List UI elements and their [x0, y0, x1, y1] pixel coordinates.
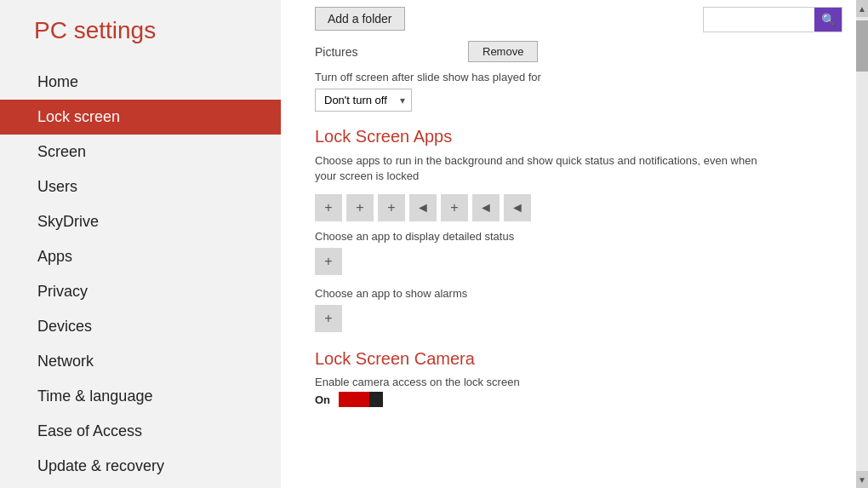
alarms-app-btn[interactable]: +	[315, 305, 342, 332]
app-icon-btn-6[interactable]: ◄	[504, 194, 531, 221]
sidebar-item-network[interactable]: Network	[34, 344, 281, 379]
sidebar-item-time-language[interactable]: Time & language	[34, 379, 281, 414]
app-icons-row: + + + ◄ + ◄ ◄	[315, 194, 842, 221]
scroll-up-icon: ▲	[858, 4, 866, 14]
camera-section: Lock Screen Camera Enable camera access …	[315, 349, 842, 407]
app-icon-btn-1[interactable]: +	[346, 194, 374, 221]
camera-toggle[interactable]	[339, 392, 383, 407]
sidebar-item-ease-of-access[interactable]: Ease of Access	[34, 414, 281, 449]
sidebar: PC settings Home Lock screen Screen User…	[0, 0, 281, 488]
sidebar-item-home[interactable]: Home	[34, 65, 281, 100]
toggle-on-label: On	[315, 393, 330, 406]
lock-screen-apps-desc: Choose apps to run in the background and…	[315, 153, 757, 184]
add-folder-button[interactable]: Add a folder	[315, 7, 405, 31]
pictures-label: Pictures	[315, 45, 468, 59]
sidebar-item-update-recovery[interactable]: Update & recovery	[34, 449, 281, 484]
scroll-up-button[interactable]: ▲	[856, 0, 868, 17]
remove-button[interactable]: Remove	[468, 41, 538, 62]
sidebar-item-privacy[interactable]: Privacy	[34, 274, 281, 309]
scroll-down-button[interactable]: ▼	[856, 471, 868, 488]
search-icon: 🔍	[821, 13, 836, 26]
sidebar-title: PC settings	[34, 17, 281, 44]
sidebar-item-lock-screen[interactable]: Lock screen	[0, 100, 281, 135]
sidebar-item-skydrive[interactable]: SkyDrive	[34, 204, 281, 239]
slideshow-dropdown[interactable]: Don't turn off 5 minutes 10 minutes 15 m…	[315, 89, 412, 112]
toggle-row: On	[315, 392, 842, 407]
choose-alarms-label: Choose an app to show alarms	[315, 287, 842, 300]
pictures-row: Pictures Remove	[315, 41, 842, 62]
app-icon-btn-4[interactable]: +	[441, 194, 468, 221]
sidebar-item-devices[interactable]: Devices	[34, 309, 281, 344]
app-icon-btn-2[interactable]: +	[378, 194, 405, 221]
camera-desc: Enable camera access on the lock screen	[315, 376, 842, 388]
detailed-status-app-btn[interactable]: +	[315, 248, 342, 275]
app-icon-btn-5[interactable]: ◄	[472, 194, 500, 221]
dropdown-container: Don't turn off 5 minutes 10 minutes 15 m…	[315, 89, 412, 112]
toggle-thumb	[369, 393, 381, 405]
slideshow-label: Turn off screen after slide show has pla…	[315, 71, 842, 83]
lock-screen-camera-title: Lock Screen Camera	[315, 349, 842, 369]
top-bar: Add a folder 🔍	[315, 0, 842, 32]
lock-screen-apps-title: Lock Screen Apps	[315, 127, 842, 146]
sidebar-item-users[interactable]: Users	[34, 169, 281, 204]
sidebar-item-apps[interactable]: Apps	[34, 239, 281, 274]
scrollbar-thumb[interactable]	[856, 20, 868, 72]
main-content: Add a folder 🔍 Pictures Remove Turn off …	[281, 0, 868, 488]
search-button[interactable]: 🔍	[814, 8, 842, 32]
search-box: 🔍	[703, 7, 842, 32]
sidebar-item-screen[interactable]: Screen	[34, 135, 281, 169]
app-icon-btn-0[interactable]: +	[315, 194, 342, 221]
search-input[interactable]	[704, 9, 814, 30]
app-icon-btn-3[interactable]: ◄	[409, 194, 437, 221]
scrollbar: ▲ ▼	[856, 0, 868, 488]
choose-detailed-label: Choose an app to display detailed status	[315, 230, 842, 243]
scroll-down-icon: ▼	[858, 475, 866, 485]
dropdown-wrap: Don't turn off 5 minutes 10 minutes 15 m…	[315, 89, 842, 112]
